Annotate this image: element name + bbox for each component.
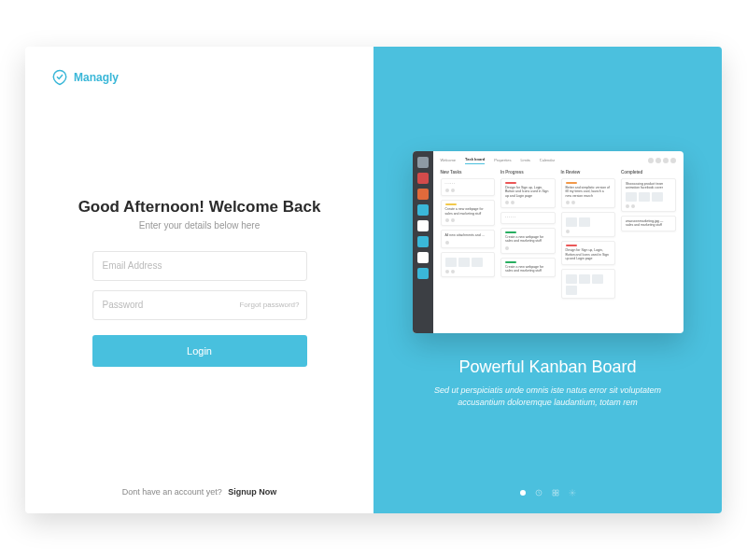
promo-card: Showcasing product team animation facebo… [621, 178, 676, 212]
promo-columns: New Tasks · · · · · · Create a new webpa… [441, 170, 676, 302]
promo-card: Design for Sign up, Login, Button and Ic… [500, 178, 556, 209]
promo-card: www.ownmarketing.jpg — sales and marketi… [621, 216, 676, 231]
promo-card: Design for Sign up, Login, Button and Ic… [561, 241, 616, 265]
promo-col-title: Completed [621, 170, 676, 175]
promo-screenshot: Welcome Task board Properties Limits Cal… [413, 151, 684, 333]
promo-card [561, 212, 616, 237]
promo-card: · · · · · · [441, 178, 496, 197]
login-card: Managly Good Afternoon! Welcome Back Ent… [25, 47, 722, 513]
rail-icon [417, 157, 429, 168]
login-panel: Managly Good Afternoon! Welcome Back Ent… [25, 47, 374, 513]
login-button[interactable]: Login [92, 335, 307, 367]
promo-card: Create a new webpage for sales and marke… [441, 200, 496, 226]
slide-dots [520, 489, 576, 497]
login-form: Forgot password? Login [92, 251, 307, 367]
promo-card: All new attachments and … [441, 230, 496, 248]
email-field[interactable] [92, 251, 307, 281]
signup-prompt: Dont have an account yet? [122, 487, 222, 497]
rail-icon [417, 252, 429, 263]
promo-card [561, 269, 616, 299]
slide-dot-icon[interactable] [535, 489, 543, 497]
promo-col: Completed Showcasing product team animat… [621, 170, 676, 302]
slide-dot-icon[interactable] [569, 489, 576, 497]
promo-card: Create a new webpage for sales and marke… [500, 228, 556, 254]
promo-col-title: In Review [561, 170, 616, 175]
login-subheading: Enter your details below here [139, 220, 261, 231]
rail-icon [417, 173, 429, 184]
promo-col-title: New Tasks [441, 170, 496, 175]
svg-point-1 [571, 492, 573, 494]
promo-desc: Sed ut perspiciatis unde omnis iste natu… [427, 385, 669, 410]
signup-link[interactable]: Signup Now [228, 487, 276, 497]
promo-col: In Review Better and simplistic version … [561, 170, 616, 302]
password-row: Forgot password? [92, 290, 307, 329]
slide-dot[interactable] [520, 490, 526, 496]
promo-panel: Welcome Task board Properties Limits Cal… [374, 47, 722, 513]
rail-icon [417, 268, 429, 279]
login-form-wrap: Good Afternoon! Welcome Back Enter your … [51, 77, 347, 487]
promo-card: · · · · · · [500, 212, 556, 224]
promo-board: Welcome Task board Properties Limits Cal… [433, 151, 684, 333]
rail-icon [417, 220, 429, 231]
rail-icon [417, 236, 429, 247]
slide-dot-icon[interactable] [552, 489, 559, 497]
promo-tab: Properties [494, 158, 511, 162]
promo-tab: Limits [520, 158, 529, 162]
rail-icon [417, 189, 429, 200]
promo-card: Create a new webpage for sales and marke… [500, 258, 556, 277]
promo-avatars [648, 158, 676, 163]
signup-line: Dont have an account yet? Signup Now [51, 487, 347, 497]
promo-tabs: Welcome Task board Properties Limits Cal… [441, 157, 676, 164]
promo-title: Powerful Kanban Board [458, 357, 636, 377]
promo-col: New Tasks · · · · · · Create a new webpa… [441, 170, 496, 302]
login-heading: Good Afternoon! Welcome Back [78, 198, 321, 217]
promo-tab: Task board [465, 157, 485, 164]
promo-card [441, 252, 496, 277]
promo-tab: Welcome [441, 158, 457, 162]
promo-col-title: In Progress [500, 170, 556, 175]
promo-tab: Calendar [540, 158, 555, 162]
promo-rail [413, 151, 433, 333]
promo-card: Better and simplistic version of fill my… [561, 178, 616, 209]
rail-icon [417, 204, 429, 216]
promo-col: In Progress Design for Sign up, Login, B… [500, 170, 556, 302]
forgot-password-link[interactable]: Forgot password? [239, 290, 299, 320]
